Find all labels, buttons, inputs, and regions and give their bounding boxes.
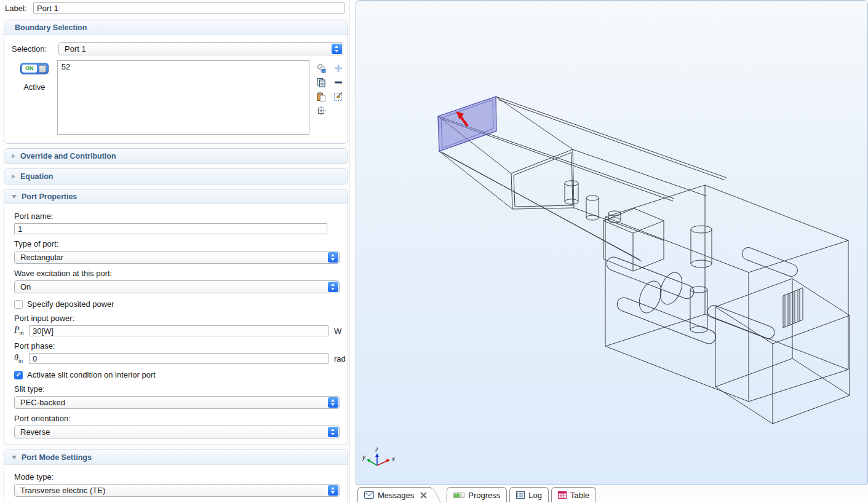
graphics-canvas[interactable]: z y x [356, 1, 868, 485]
comsol-window: Label: Boundary Selection Selection: Por… [0, 0, 868, 503]
pin-unit: W [334, 327, 341, 336]
chevron-down-icon [12, 195, 17, 199]
slit-condition-row: Activate slit condition on interior port [14, 370, 348, 379]
slit-type-caption: Slit type: [14, 384, 348, 394]
graphics-column: z y x Messages [349, 0, 868, 503]
section-equation: Equation [4, 168, 348, 184]
type-of-port-dropdown[interactable]: Rectangular [14, 251, 340, 264]
port-phase-row: θin rad [14, 353, 348, 364]
coordinate-triad [367, 453, 390, 465]
selection-caption: Selection: [12, 44, 58, 53]
port-input-power-row: Pin W [14, 325, 348, 336]
theta-symbol: θin [14, 353, 29, 364]
deposited-power-checkbox[interactable] [14, 300, 23, 309]
dropdown-stepper-icon [328, 485, 338, 496]
envelope-icon [364, 491, 374, 499]
section-port-properties: Port Properties Port name: Type of port:… [4, 189, 348, 445]
graphics-view[interactable]: z y x [356, 0, 868, 485]
tab-log[interactable]: Log [509, 487, 549, 502]
port-input-power-caption: Port input power: [14, 314, 348, 323]
dropdown-stepper-icon [332, 44, 342, 54]
chevron-right-icon [12, 174, 15, 179]
dropdown-stepper-icon [328, 427, 338, 437]
override-contribution-header[interactable]: Override and Contribution [4, 149, 348, 164]
tab-progress[interactable]: Progress [447, 487, 507, 502]
add-icon[interactable] [333, 63, 343, 73]
port-orientation-dropdown[interactable]: Reverse [14, 426, 340, 438]
axis-x-label: x [391, 456, 396, 462]
selection-dropdown[interactable]: Port 1 [58, 42, 343, 55]
slit-condition-checkbox[interactable] [14, 371, 23, 379]
boundary-selection-header[interactable]: Boundary Selection [4, 20, 348, 35]
progress-bar-icon [453, 493, 464, 498]
deposited-power-label: Specify deposited power [27, 299, 114, 309]
label-caption: Label: [5, 4, 33, 13]
label-input[interactable] [33, 2, 344, 14]
axis-y-label: y [362, 454, 366, 461]
view-tab-bar: Messages Progress [356, 485, 868, 502]
wave-excitation-dropdown[interactable]: On [14, 280, 340, 293]
list-item[interactable]: 52 [62, 62, 305, 71]
port-input-power-input[interactable] [29, 325, 328, 336]
port-mode-settings-header[interactable]: Port Mode Settings [4, 450, 348, 465]
dropdown-stepper-icon [328, 252, 338, 263]
paste-icon[interactable] [316, 92, 326, 101]
clear-selection-icon[interactable] [333, 92, 343, 101]
tab-messages[interactable]: Messages [357, 487, 431, 502]
slit-condition-label: Activate slit condition on interior port [27, 370, 156, 379]
section-override-contribution: Override and Contribution [4, 148, 348, 164]
table-icon [558, 491, 567, 499]
port-properties-header[interactable]: Port Properties [4, 189, 348, 204]
active-caption: Active [12, 82, 57, 92]
port-name-caption: Port name: [14, 212, 348, 221]
boundary-selection-list[interactable]: 52 [57, 60, 309, 135]
create-selection-icon[interactable] [316, 63, 326, 73]
equation-header[interactable]: Equation [4, 169, 348, 184]
settings-panel: Label: Boundary Selection Selection: Por… [0, 0, 349, 503]
tab-table[interactable]: Table [551, 487, 596, 502]
port-phase-input[interactable] [29, 353, 328, 364]
port-phase-caption: Port phase: [14, 341, 348, 351]
deposited-power-row: Specify deposited power [14, 299, 348, 309]
slit-type-dropdown[interactable]: PEC-backed [14, 396, 340, 409]
port-orientation-caption: Port orientation: [14, 414, 348, 423]
model-wireframe [438, 97, 850, 424]
section-port-mode-settings: Port Mode Settings Mode type: Transverse… [4, 450, 348, 503]
port-name-input[interactable] [14, 223, 327, 234]
active-toggle[interactable]: ON [20, 63, 49, 74]
close-icon[interactable] [420, 492, 427, 499]
dropdown-stepper-icon [328, 282, 338, 292]
type-of-port-caption: Type of port: [14, 239, 348, 248]
dropdown-stepper-icon [328, 397, 338, 408]
mode-type-caption: Mode type: [14, 472, 348, 481]
zoom-to-selection-icon[interactable] [316, 106, 326, 116]
remove-icon[interactable] [333, 77, 343, 87]
log-icon [516, 491, 525, 499]
wave-excitation-caption: Wave excitation at this port: [14, 269, 348, 278]
pin-symbol: Pin [14, 325, 29, 336]
chevron-down-icon [12, 456, 17, 459]
label-row: Label: [5, 2, 344, 14]
toggle-off-square [39, 65, 46, 73]
mode-type-dropdown[interactable]: Transverse electric (TE) [14, 484, 340, 497]
copy-icon[interactable] [316, 77, 326, 87]
theta-unit: rad [334, 354, 346, 363]
axis-z-label: z [375, 446, 378, 453]
selection-toolbar [309, 60, 348, 135]
section-boundary-selection: Boundary Selection Selection: Port 1 ON [4, 20, 348, 144]
chevron-right-icon [12, 154, 15, 159]
